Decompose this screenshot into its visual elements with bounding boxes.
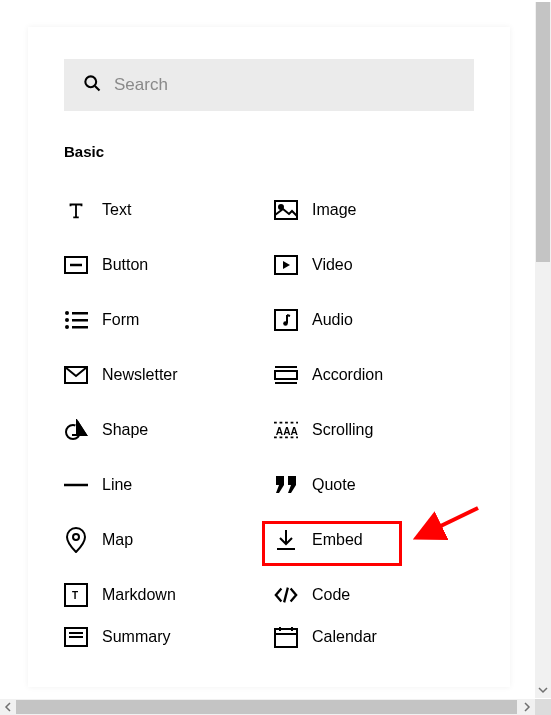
block-label: Markdown bbox=[102, 586, 176, 604]
svg-point-24 bbox=[73, 534, 79, 540]
svg-line-29 bbox=[284, 587, 288, 602]
svg-rect-17 bbox=[275, 371, 297, 379]
block-item-code[interactable]: Code bbox=[274, 567, 474, 622]
svg-text:T: T bbox=[72, 590, 78, 601]
block-item-embed[interactable]: Embed bbox=[274, 512, 474, 567]
svg-point-14 bbox=[283, 321, 288, 326]
svg-point-0 bbox=[85, 76, 96, 87]
block-item-button[interactable]: Button bbox=[64, 237, 264, 292]
svg-point-9 bbox=[65, 318, 69, 322]
block-item-map[interactable]: Map bbox=[64, 512, 264, 567]
block-item-form[interactable]: Form bbox=[64, 292, 264, 347]
button-icon bbox=[64, 253, 88, 277]
block-label: Code bbox=[312, 586, 350, 604]
block-label: Summary bbox=[102, 628, 170, 646]
image-icon bbox=[274, 198, 298, 222]
summary-icon bbox=[64, 625, 88, 649]
text-icon bbox=[64, 198, 88, 222]
block-label: Scrolling bbox=[312, 421, 373, 439]
calendar-icon bbox=[274, 625, 298, 649]
block-item-calendar[interactable]: Calendar bbox=[274, 622, 474, 652]
block-item-quote[interactable]: Quote bbox=[274, 457, 474, 512]
quote-icon bbox=[274, 473, 298, 497]
block-item-text[interactable]: Text bbox=[64, 182, 264, 237]
block-label: Map bbox=[102, 531, 133, 549]
svg-point-7 bbox=[65, 311, 69, 315]
block-item-shape[interactable]: Shape bbox=[64, 402, 264, 457]
block-label: Accordion bbox=[312, 366, 383, 384]
vertical-scrollbar-arrow-down[interactable] bbox=[535, 682, 551, 698]
block-item-markdown[interactable]: T Markdown bbox=[64, 567, 264, 622]
block-label: Line bbox=[102, 476, 132, 494]
section-title-basic: Basic bbox=[64, 143, 474, 160]
block-item-line[interactable]: Line bbox=[64, 457, 264, 512]
block-label: Calendar bbox=[312, 628, 377, 646]
block-label: Text bbox=[102, 201, 131, 219]
scrolling-icon: AAA bbox=[274, 418, 298, 442]
search-bar[interactable] bbox=[64, 59, 474, 111]
block-label: Button bbox=[102, 256, 148, 274]
block-picker-panel: Basic Text Image bbox=[28, 27, 510, 687]
svg-text:AAA: AAA bbox=[276, 425, 298, 436]
svg-rect-2 bbox=[275, 201, 297, 219]
block-item-summary[interactable]: Summary bbox=[64, 622, 264, 652]
scrollbar-corner bbox=[535, 699, 551, 715]
block-item-image[interactable]: Image bbox=[274, 182, 474, 237]
block-item-accordion[interactable]: Accordion bbox=[274, 347, 474, 402]
block-item-audio[interactable]: Audio bbox=[274, 292, 474, 347]
svg-rect-8 bbox=[72, 312, 88, 315]
block-label: Embed bbox=[312, 531, 363, 549]
video-icon bbox=[274, 253, 298, 277]
block-label: Audio bbox=[312, 311, 353, 329]
svg-rect-33 bbox=[275, 629, 297, 647]
svg-rect-12 bbox=[72, 326, 88, 329]
code-icon bbox=[274, 583, 298, 607]
search-icon bbox=[82, 73, 102, 97]
svg-line-1 bbox=[95, 86, 100, 91]
block-label: Newsletter bbox=[102, 366, 178, 384]
markdown-icon: T bbox=[64, 583, 88, 607]
block-label: Video bbox=[312, 256, 353, 274]
map-icon bbox=[64, 528, 88, 552]
horizontal-scrollbar-arrow-left[interactable] bbox=[0, 699, 16, 715]
shape-icon bbox=[64, 418, 88, 442]
form-icon bbox=[64, 308, 88, 332]
block-label: Shape bbox=[102, 421, 148, 439]
audio-icon bbox=[274, 308, 298, 332]
block-label: Quote bbox=[312, 476, 356, 494]
block-label: Image bbox=[312, 201, 356, 219]
svg-point-11 bbox=[65, 325, 69, 329]
accordion-icon bbox=[274, 363, 298, 387]
svg-rect-10 bbox=[72, 319, 88, 322]
block-item-newsletter[interactable]: Newsletter bbox=[64, 347, 264, 402]
line-icon bbox=[64, 473, 88, 497]
horizontal-scrollbar-arrow-right[interactable] bbox=[519, 699, 535, 715]
embed-icon bbox=[274, 528, 298, 552]
block-item-video[interactable]: Video bbox=[274, 237, 474, 292]
vertical-scrollbar-thumb[interactable] bbox=[536, 2, 550, 262]
horizontal-scrollbar-thumb[interactable] bbox=[16, 700, 517, 714]
block-item-scrolling[interactable]: AAA Scrolling bbox=[274, 402, 474, 457]
block-label: Form bbox=[102, 311, 139, 329]
search-input[interactable] bbox=[114, 75, 456, 95]
block-grid: Text Image bbox=[64, 182, 474, 652]
newsletter-icon bbox=[64, 363, 88, 387]
